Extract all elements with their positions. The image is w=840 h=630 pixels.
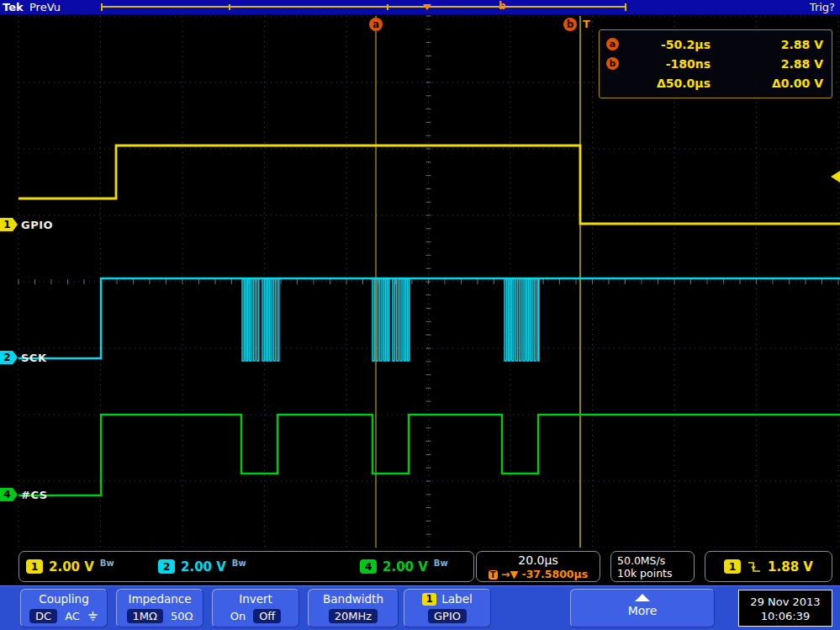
impedance-title: Impedance: [117, 592, 203, 606]
ch2-scale-readout[interactable]: 2 2.00 V Bw: [158, 552, 246, 581]
cursor-a-readout: a -50.2µs 2.88 V: [606, 34, 823, 54]
timebase-box[interactable]: 20.0µs T →▼ -37.5800µs: [476, 551, 600, 582]
ch2-badge: 2: [158, 559, 175, 574]
ch4-badge: 4: [360, 559, 377, 574]
record-length: 10k points: [617, 567, 694, 580]
invert-on-option: On: [230, 610, 246, 622]
invert-off-option: Off: [253, 609, 281, 623]
record-view-left-bracket: [101, 3, 103, 11]
cursor-b-readout: b -180ns 2.88 V: [606, 54, 823, 73]
cursor-a-handle[interactable]: a: [369, 18, 383, 31]
trigger-position-marker: T: [583, 18, 590, 30]
bandwidth-button[interactable]: Bandwidth 20MHz: [308, 589, 399, 627]
ch4-scale: 2.00 V: [383, 559, 428, 574]
bottom-menu-bar: Coupling DC AC Impedance 1MΩ 50Ω Invert …: [0, 585, 840, 630]
label-title: Label: [441, 592, 472, 606]
ch2-label: SCK: [21, 352, 46, 364]
trigger-delay-arrows-icon: →▼: [501, 568, 518, 580]
trigger-delay-readout: T →▼ -37.5800µs: [477, 568, 600, 580]
impedance-button[interactable]: Impedance 1MΩ 50Ω: [116, 589, 203, 627]
date-value: 29 Nov 2013: [739, 595, 832, 609]
falling-edge-icon: [748, 560, 761, 574]
cursor-b-handle[interactable]: b: [563, 18, 577, 31]
invert-title: Invert: [213, 592, 298, 606]
coupling-dc-option: DC: [29, 609, 57, 623]
cursor-delta-readout: Δ50.0µs Δ0.00 V: [606, 73, 823, 93]
record-view-window-tick: [229, 4, 230, 10]
acquisition-info-box: 50.0MS/s 10k points: [610, 551, 695, 582]
impedance-50-option: 50Ω: [171, 610, 193, 622]
coupling-button[interactable]: Coupling DC AC: [20, 589, 108, 627]
ch2-position-marker[interactable]: 2 SCK: [0, 351, 46, 364]
ch1-badge: 1: [26, 559, 43, 574]
ch2-sck-trace-burst: [393, 278, 409, 361]
record-trigger-position-icon: [423, 4, 431, 10]
coupling-title: Coupling: [21, 592, 107, 606]
more-button[interactable]: More: [570, 589, 715, 627]
label-value: GPIO: [428, 609, 467, 623]
time-value: 10:06:39: [739, 609, 832, 623]
more-label: More: [571, 604, 714, 617]
invert-button[interactable]: Invert On Off: [212, 589, 299, 627]
status-bar: 1 2.00 V Bw 2 2.00 V Bw 4 2.00 V Bw 20.0…: [0, 548, 840, 585]
trigger-readout-box[interactable]: 1 1.88 V: [705, 551, 832, 582]
trigger-delay-t-icon: T: [489, 570, 498, 580]
ch2-marker-icon: 2: [0, 351, 18, 364]
cursor-a-time: -50.2µs: [626, 38, 711, 51]
record-cursor-b-marker: b: [499, 0, 506, 12]
ch4-scale-readout[interactable]: 4 2.00 V Bw: [360, 552, 448, 581]
impedance-1m-option: 1MΩ: [127, 609, 163, 623]
ch4-cs-trace: [18, 415, 840, 495]
cursor-readout-panel: a -50.2µs 2.88 V b -180ns 2.88 V Δ50.0µs…: [599, 29, 832, 98]
ch1-scale-readout[interactable]: 1 2.00 V Bw: [26, 552, 114, 581]
ch1-label: GPIO: [21, 219, 53, 231]
tek-logo: Tek: [3, 1, 24, 13]
trigger-status: Trig?: [810, 1, 835, 13]
trigger-level-arrow-icon[interactable]: [831, 171, 840, 183]
ch1-bandwidth-limit-icon: Bw: [100, 559, 114, 568]
ch4-label: #CS: [21, 489, 48, 501]
ch2-sck-trace: [18, 278, 840, 358]
label-button[interactable]: 1 Label GPIO: [404, 589, 491, 627]
waveform-display: 1 GPIO 2 SCK 4 #CS a b T a -50.2µs 2.88 …: [0, 14, 840, 548]
record-view-right-bracket: [625, 3, 626, 11]
timebase-scale: 20.0µs: [477, 553, 600, 567]
trigger-level-value: 1.88 V: [768, 559, 813, 574]
cursor-a-icon: a: [606, 38, 619, 50]
ch4-marker-icon: 4: [0, 488, 18, 501]
datetime-box: 29 Nov 2013 10:06:39: [738, 590, 832, 627]
ch2-sck-trace-burst: [242, 278, 260, 361]
record-view-bar: [101, 6, 626, 8]
ch4-position-marker[interactable]: 4 #CS: [0, 488, 48, 501]
cursor-b-voltage: 2.88 V: [711, 57, 823, 71]
ground-coupling-icon: [87, 611, 98, 622]
ch2-scale: 2.00 V: [181, 559, 226, 574]
ch1-gpio-trace: [18, 146, 840, 224]
chevron-up-icon: [635, 594, 650, 601]
ch2-sck-trace-burst: [523, 278, 539, 361]
ch2-bandwidth-limit-icon: Bw: [232, 559, 246, 568]
ch4-bandwidth-limit-icon: Bw: [434, 559, 448, 568]
channel-scales-box: 1 2.00 V Bw 2 2.00 V Bw 4 2.00 V Bw: [18, 551, 474, 582]
ch1-marker-icon: 1: [0, 218, 18, 231]
top-status-bar: Tek PreVu b Trig?: [0, 0, 840, 14]
cursor-delta-time: Δ50.0µs: [626, 77, 711, 90]
cursor-delta-voltage: Δ0.00 V: [711, 77, 823, 90]
label-channel-badge: 1: [422, 593, 436, 606]
cursor-b-icon: b: [606, 57, 619, 70]
trigger-delay-value: -37.5800µs: [521, 568, 588, 580]
cursor-a-voltage: 2.88 V: [711, 38, 823, 51]
cursor-b-time: -180ns: [626, 57, 711, 71]
bandwidth-title: Bandwidth: [309, 592, 398, 606]
trigger-source-badge: 1: [724, 559, 741, 574]
record-view-window-tick: [387, 4, 388, 10]
ch2-sck-trace-burst: [372, 278, 390, 361]
ch1-scale: 2.00 V: [49, 559, 94, 574]
sample-rate: 50.0MS/s: [617, 554, 694, 567]
coupling-ac-option: AC: [65, 610, 80, 622]
acquisition-mode: PreVu: [29, 1, 61, 13]
ch1-position-marker[interactable]: 1 GPIO: [0, 218, 53, 231]
bandwidth-value: 20MHz: [329, 609, 378, 623]
